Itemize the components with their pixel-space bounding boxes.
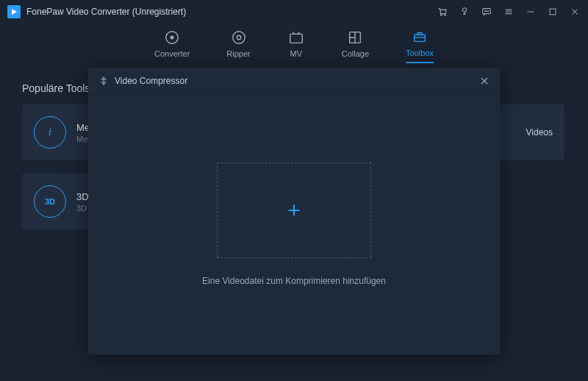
converter-icon — [163, 29, 181, 46]
svg-point-2 — [445, 15, 446, 16]
dropzone-label: Eine Videodatei zum Komprimieren hinzufü… — [202, 276, 386, 286]
dropzone-add-video[interactable]: + — [217, 163, 371, 258]
nav-mv[interactable]: MV — [287, 29, 305, 63]
modal-body: + Eine Videodatei zum Komprimieren hinzu… — [88, 94, 500, 355]
app-title: FonePaw Video Converter (Unregistriert) — [26, 7, 186, 17]
nav-label: MV — [290, 49, 302, 58]
svg-point-3 — [462, 8, 466, 12]
close-button[interactable] — [569, 6, 581, 18]
toolbox-icon — [411, 28, 429, 46]
svg-rect-13 — [290, 34, 302, 43]
modal-close-button[interactable] — [479, 76, 490, 86]
nav-label: Converter — [154, 49, 190, 58]
maximize-button[interactable] — [547, 6, 559, 18]
menu-icon[interactable] — [503, 6, 514, 18]
modal-header: Video Compressor — [88, 68, 500, 94]
ripper-icon — [230, 29, 248, 46]
minimize-button[interactable] — [525, 6, 537, 18]
svg-point-5 — [484, 11, 485, 12]
svg-point-11 — [232, 32, 245, 44]
compressor-icon — [98, 76, 109, 86]
svg-point-1 — [440, 15, 442, 16]
modal-backdrop: Video Compressor + Eine Videodatei zum K… — [0, 68, 588, 381]
nav-label: Ripper — [226, 49, 250, 58]
cart-icon[interactable] — [437, 6, 448, 18]
nav-converter[interactable]: Converter — [154, 29, 190, 63]
titlebar: FonePaw Video Converter (Unregistriert) — [0, 0, 588, 24]
modal-video-compressor: Video Compressor + Eine Videodatei zum K… — [88, 68, 500, 355]
svg-marker-0 — [12, 9, 17, 15]
nav-toolbox[interactable]: Toolbox — [406, 28, 434, 63]
title-controls — [437, 6, 581, 18]
svg-rect-15 — [415, 35, 426, 41]
nav-ripper[interactable]: Ripper — [226, 29, 250, 63]
collage-icon — [346, 29, 364, 46]
navbar: Converter Ripper MV Collage Toolbox — [0, 24, 588, 68]
mv-icon — [287, 29, 305, 46]
svg-point-10 — [171, 36, 173, 39]
svg-point-12 — [237, 35, 241, 40]
nav-label: Toolbox — [406, 49, 434, 57]
nav-label: Collage — [342, 49, 369, 58]
modal-title: Video Compressor — [115, 76, 479, 86]
nav-collage[interactable]: Collage — [342, 29, 369, 63]
app-logo — [7, 5, 21, 18]
svg-rect-8 — [550, 9, 556, 15]
svg-point-7 — [488, 11, 489, 12]
svg-point-6 — [487, 11, 487, 12]
feedback-icon[interactable] — [481, 6, 492, 18]
plus-icon: + — [287, 198, 301, 223]
key-icon[interactable] — [459, 6, 470, 18]
